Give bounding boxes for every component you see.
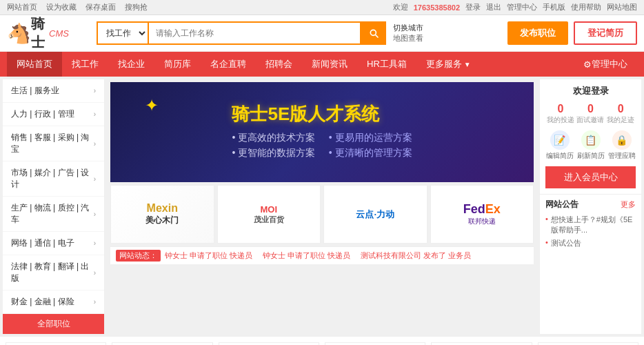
announcement-header: 网站公告 更多 <box>545 199 636 210</box>
ticker-item-2: 钟女士 申请了职位 快递员 <box>263 250 350 261</box>
search-link[interactable]: 搜狗抢 <box>125 3 148 11</box>
announcement-title: 网站公告 <box>545 199 578 210</box>
sidebar-item-production[interactable]: 生产 | 物流 | 质控 | 汽车 › <box>3 197 104 232</box>
announcement-item-1[interactable]: • 想快速上手？#规划《5E版帮助手... <box>545 213 636 237</box>
nav-item-resume-bank[interactable]: 简历库 <box>154 52 201 77</box>
ticker-label: 网站动态： <box>116 250 161 262</box>
welcome-text: 欢迎 <box>393 2 408 12</box>
company-sf[interactable]: 顺丰速运 顺丰速运太原分装中心 <box>538 342 638 345</box>
ticker-item-3: 测试科技有限公司 发布了 业务员 <box>361 250 471 261</box>
partner-fedex[interactable]: FedEx 联邦快递 <box>430 185 534 244</box>
ticker-link-1[interactable]: 钟女士 申请了职位 快递员 <box>165 251 252 259</box>
phone-number[interactable]: 17635385802 <box>414 3 460 12</box>
sidebar-item-marketing[interactable]: 市场 | 媒介 | 广告 | 设计 › <box>3 161 104 197</box>
sidebar-item-sales[interactable]: 销售 | 客服 | 采购 | 淘宝 › <box>3 126 104 161</box>
banner-sub2: • 更智能的数据方案 • 更清晰的管理方案 <box>232 147 412 159</box>
sidebar-item-life[interactable]: 生活 | 服务业 › <box>3 79 104 103</box>
nav-item-job-fair[interactable]: 招聘会 <box>256 52 302 77</box>
middle-row: 生活 | 服务业 › 人力 | 行政 | 管理 › 销售 | 客服 | 采购 |… <box>0 77 644 334</box>
search-icon <box>368 28 379 39</box>
manage-apply-icon: 🔒 <box>612 130 632 150</box>
partners-row: Mexin 美心木门 MOI 茂业百货 云点·力动 <box>110 185 534 244</box>
main-wrapper: 生活 | 服务业 › 人力 | 行政 | 管理 › 销售 | 客服 | 采购 |… <box>0 77 644 345</box>
announcement-item-2[interactable]: • 测试公告 <box>545 237 636 250</box>
register-resume-button[interactable]: 登记简历 <box>574 21 637 45</box>
sidebar-item-legal[interactable]: 法律 | 教育 | 翻译 | 出版 › <box>3 255 104 290</box>
search-button[interactable] <box>361 21 386 45</box>
partner-yundian[interactable]: 云点·力动 <box>323 185 427 244</box>
logo-area[interactable]: 🐴 骑士CMS <box>7 21 90 46</box>
moi-logo: MOI 茂业百货 <box>254 204 284 225</box>
nav-item-jobs[interactable]: 找工作 <box>62 52 108 77</box>
mobile-link[interactable]: 手机版 <box>543 2 565 12</box>
nav-item-home[interactable]: 网站首页 <box>7 52 62 77</box>
nav-item-hr-tools[interactable]: HR工具箱 <box>357 52 416 77</box>
company-sgcc[interactable]: 国家电网 国家电网 <box>431 342 532 345</box>
ticker-item-1: 钟女士 申请了职位 快递员 <box>165 250 252 261</box>
stat-history-num: 0 <box>607 103 634 115</box>
nav-item-top-employers[interactable]: 名企直聘 <box>201 52 256 77</box>
main-banner[interactable]: ✦ 骑士5E版人才系统 • 更高效的技术方案 • 更易用的运营方案 • 更智能的… <box>110 82 534 182</box>
login-box: 欢迎登录 0 我的投递 0 面试邀请 0 我的足迹 <box>540 79 641 195</box>
banner-sub1: • 更高效的技术方案 • 更易用的运营方案 <box>232 132 412 144</box>
post-job-button[interactable]: 发布职位 <box>507 21 568 45</box>
chevron-right-icon: › <box>94 110 96 118</box>
yundian-logo: 云点·力动 <box>356 208 394 221</box>
location-area[interactable]: 切换城市 地图查看 <box>393 23 423 44</box>
banner-title: 骑士5E版人才系统 <box>232 102 412 126</box>
main-nav: 网站首页 找工作 找企业 简历库 名企直聘 招聘会 新闻资讯 HR工具箱 更多服… <box>0 52 644 77</box>
home-link[interactable]: 网站首页 <box>7 3 37 11</box>
more-services-arrow-icon: ▼ <box>464 61 471 68</box>
bullet-icon: • <box>545 238 548 248</box>
collect-link[interactable]: 设为收藏 <box>46 3 77 11</box>
login-title: 欢迎登录 <box>545 85 636 97</box>
announcement-more-link[interactable]: 更多 <box>621 199 636 210</box>
stat-interview-label: 面试邀请 <box>576 115 604 125</box>
login-link[interactable]: 登录 <box>465 2 481 12</box>
nav-item-more-services[interactable]: 更多服务▼ <box>416 52 481 77</box>
action-refresh-resume[interactable]: 📋 刷新简历 <box>577 130 605 161</box>
center-content: ✦ 骑士5E版人才系统 • 更高效的技术方案 • 更易用的运营方案 • 更智能的… <box>108 79 536 334</box>
search-input[interactable] <box>149 21 361 45</box>
nav-item-companies[interactable]: 找企业 <box>108 52 154 77</box>
sitemap-link[interactable]: 网站地图 <box>607 2 637 12</box>
ticker-link-3[interactable]: 测试科技有限公司 发布了 业务员 <box>361 251 471 259</box>
sidebar-item-network[interactable]: 网络 | 通信 | 电子 › <box>3 232 104 255</box>
gear-icon: ⚙ <box>583 59 592 70</box>
header: 🐴 骑士CMS 找工作 切换城市 地图查看 发布职位 登记简历 <box>0 15 644 52</box>
manage-link[interactable]: 管理中心 <box>507 2 537 12</box>
mexin-logo: Mexin 美心木门 <box>145 202 179 226</box>
company-yadi[interactable]: 雅迪 雅迪电动车经销中心 <box>6 342 106 345</box>
company-gree[interactable]: 格力GREE 格力电器售后服务中心 <box>325 342 425 345</box>
desktop-link[interactable]: 保存桌面 <box>85 3 116 11</box>
action-manage-apply-label: 管理应聘 <box>608 151 636 161</box>
bullet-icon: • <box>545 215 548 235</box>
location-switch: 切换城市 <box>393 23 423 33</box>
search-area: 找工作 <box>97 21 386 45</box>
search-category-select[interactable]: 找工作 <box>97 21 149 45</box>
action-edit-resume[interactable]: 📝 编辑简历 <box>546 130 574 161</box>
partner-mexin[interactable]: Mexin 美心木门 <box>110 185 214 244</box>
partner-moi[interactable]: MOI 茂业百货 <box>217 185 321 244</box>
chevron-right-icon: › <box>94 239 96 247</box>
company-haier[interactable]: Haier 海尔品牌店 <box>112 342 212 345</box>
announcement: 网站公告 更多 • 想快速上手？#规划《5E版帮助手... • 测试公告 <box>540 195 641 334</box>
ticker-link-2[interactable]: 钟女士 申请了职位 快递员 <box>263 251 350 259</box>
nav-item-admin[interactable]: ⚙ 管理中心 <box>574 52 637 77</box>
login-actions: 📝 编辑简历 📋 刷新简历 🔒 管理应聘 <box>545 130 636 161</box>
action-refresh-resume-label: 刷新简历 <box>577 151 605 161</box>
company-anjuke[interactable]: 安居客 安居客 <box>219 342 319 345</box>
chevron-right-icon: › <box>94 175 96 183</box>
banner-content: 骑士5E版人才系统 • 更高效的技术方案 • 更易用的运营方案 • 更智能的数据… <box>218 92 425 172</box>
top-bar-left: 网站首页 设为收藏 保存桌面 搜狗抢 <box>7 2 154 12</box>
sidebar-all-jobs[interactable]: 全部职位 <box>3 314 104 334</box>
sidebar-item-finance[interactable]: 财金 | 金融 | 保险 › <box>3 290 104 314</box>
activity-ticker: 网站动态： 钟女士 申请了职位 快递员 钟女士 申请了职位 快递员 测试科技有限… <box>110 246 534 264</box>
enter-member-center-button[interactable]: 进入会员中心 <box>545 166 636 188</box>
action-manage-apply[interactable]: 🔒 管理应聘 <box>608 130 636 161</box>
logout-link[interactable]: 退出 <box>486 2 501 12</box>
help-link[interactable]: 使用帮助 <box>571 2 601 12</box>
chevron-right-icon: › <box>94 298 96 306</box>
nav-item-news[interactable]: 新闻资讯 <box>302 52 357 77</box>
sidebar-item-hr[interactable]: 人力 | 行政 | 管理 › <box>3 103 104 126</box>
